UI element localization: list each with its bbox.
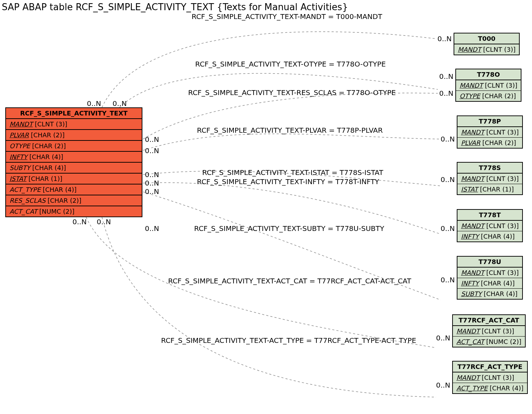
field-row: MANDT [CLNT (3)] [453,372,527,383]
field-row: ISTAT [CHAR (1)] [6,174,142,184]
relation-infty: RCF_S_SIMPLE_ACTIVITY_TEXT-INFTY = T778T… [197,177,379,186]
field-row: ACT_CAT [NUMC (2)] [453,337,525,347]
relation-act-type: RCF_S_SIMPLE_ACTIVITY_TEXT-ACT_TYPE = T7… [161,336,416,345]
field-row: MANDT [CLNT (3)] [457,221,522,231]
cardinality: 0..N [436,381,450,389]
cardinality: 0..N [441,224,455,233]
field-row: INFTY [CHAR (4)] [6,152,142,163]
relation-istat: RCF_S_SIMPLE_ACTIVITY_TEXT-ISTAT = T778S… [202,168,383,177]
table-t778s: T778S MANDT [CLNT (3)] ISTAT [CHAR (1)] [457,162,523,195]
table-title: T778O [456,69,521,80]
field-row: ISTAT [CHAR (1)] [457,184,522,194]
field-row: MANDT [CLNT (3)] [456,80,521,91]
field-row: PLVAR [CHAR (2)] [6,130,142,141]
cardinality: 0..N [72,218,86,226]
field-row: MANDT [CLNT (3)] [6,119,142,130]
cardinality: 0..N [97,218,111,226]
table-main-title: RCF_S_SIMPLE_ACTIVITY_TEXT [6,108,142,119]
field-row: INFTY [CHAR (4)] [457,231,522,242]
cardinality: 0..N [145,179,159,187]
cardinality: 0..N [87,99,101,108]
relation-act-cat: RCF_S_SIMPLE_ACTIVITY_TEXT-ACT_CAT = T77… [168,277,411,285]
cardinality: 0..N [145,187,159,196]
cardinality: 0..N [441,175,455,184]
cardinality: 0..N [113,99,127,108]
table-title: T77RCF_ACT_TYPE [453,362,527,372]
table-title: T778T [457,210,522,221]
cardinality: 0..N [145,224,159,233]
field-row: MANDT [CLNT (3)] [457,268,522,278]
field-row: ACT_TYPE [CHAR (4)] [453,383,527,393]
relation-plvar: RCF_S_SIMPLE_ACTIVITY_TEXT-PLVAR = T778P… [197,126,383,134]
table-t77rcf-act-cat: T77RCF_ACT_CAT MANDT [CLNT (3)] ACT_CAT … [452,314,526,347]
table-t77rcf-act-type: T77RCF_ACT_TYPE MANDT [CLNT (3)] ACT_TYP… [452,361,528,394]
relation-otype: RCF_S_SIMPLE_ACTIVITY_TEXT-OTYPE = T778O… [195,60,386,68]
page-title: SAP ABAP table RCF_S_SIMPLE_ACTIVITY_TEX… [2,2,348,12]
table-t000: T000 MANDT [CLNT (3)] [454,33,520,55]
cardinality: 0..N [439,89,453,98]
field-row: SUBTY [CHAR (4)] [6,163,142,174]
field-row: MANDT [CLNT (3)] [457,174,522,184]
cardinality: 0..N [437,34,451,43]
cardinality: 0..N [441,276,455,284]
field-row: ACT_TYPE [CHAR (4)] [6,184,142,195]
field-row: OTYPE [CHAR (2)] [456,91,521,101]
field-row: MANDT [CLNT (3)] [454,44,519,55]
field-row: PLVAR [CHAR (2)] [457,138,522,148]
relation-res-sclas: RCF_S_SIMPLE_ACTIVITY_TEXT-RES_SCLAS = T… [188,88,396,97]
table-title: T778U [457,257,522,268]
field-row: MANDT [CLNT (3)] [457,127,522,138]
table-t778t: T778T MANDT [CLNT (3)] INFTY [CHAR (4)] [457,209,523,242]
field-row: MANDT [CLNT (3)] [453,326,525,337]
field-row: OTYPE [CHAR (2)] [6,141,142,152]
cardinality: 0..N [145,135,159,144]
cardinality: 0..N [439,72,453,81]
table-main: RCF_S_SIMPLE_ACTIVITY_TEXT MANDT [CLNT (… [5,107,142,217]
cardinality: 0..N [436,334,450,342]
table-title: T000 [454,33,519,44]
cardinality: 0..N [441,135,455,143]
cardinality: 0..N [145,170,159,179]
field-row: INFTY [CHAR (4)] [457,278,522,289]
table-title: T77RCF_ACT_CAT [453,315,525,326]
table-t778o: T778O MANDT [CLNT (3)] OTYPE [CHAR (2)] [455,69,521,102]
cardinality: 0..N [145,146,159,155]
field-row: SUBTY [CHAR (4)] [457,289,522,299]
table-t778u: T778U MANDT [CLNT (3)] INFTY [CHAR (4)] … [457,256,523,300]
field-row: ACT_CAT [NUMC (2)] [6,206,142,217]
table-t778p: T778P MANDT [CLNT (3)] PLVAR [CHAR (2)] [457,115,523,149]
table-title: T778P [457,116,522,127]
field-row: RES_SCLAS [CHAR (2)] [6,195,142,206]
relation-subty: RCF_S_SIMPLE_ACTIVITY_TEXT-SUBTY = T778U… [194,224,384,233]
table-title: T778S [457,163,522,174]
relation-mandt: RCF_S_SIMPLE_ACTIVITY_TEXT-MANDT = T000-… [192,12,382,21]
